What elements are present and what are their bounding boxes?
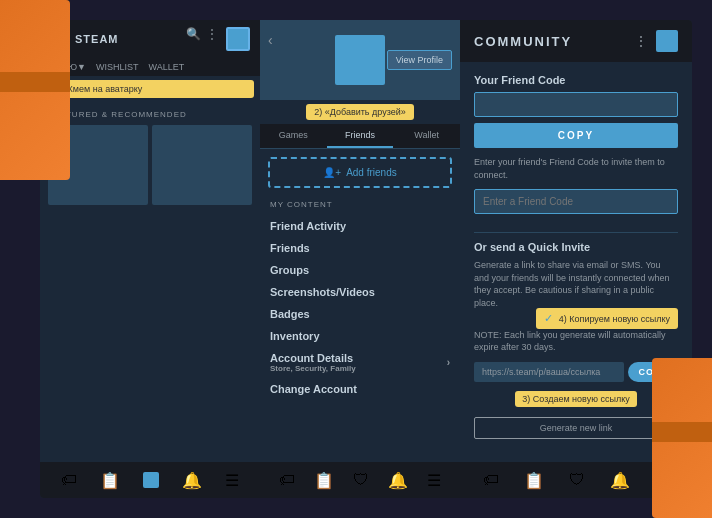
- profile-tabs: Games Friends Wallet: [260, 124, 460, 149]
- menu-item-account-sub: Store, Security, Family: [270, 364, 356, 373]
- search-icon[interactable]: 🔍: [186, 27, 200, 41]
- steam-client-panel: STEAM 🔍 ⋮ МЕНЮ▼ WISHLIST WALLET 1) Жмем …: [40, 20, 260, 498]
- my-content-section: MY CONTENT Friend Activity Friends Group…: [260, 196, 460, 462]
- featured-images: [48, 125, 252, 205]
- comm-bottom-list-icon[interactable]: 📋: [524, 471, 544, 490]
- bottom-shield-icon[interactable]: [143, 472, 159, 488]
- steam-logo-text: STEAM: [75, 33, 119, 45]
- community-title: COMMUNITY: [474, 34, 572, 49]
- profile-avatar-image: [335, 35, 385, 85]
- copy-friend-code-button[interactable]: COPY: [474, 123, 678, 148]
- menu-item-change-account[interactable]: Change Account: [270, 378, 450, 400]
- gift-decoration-right: [652, 358, 712, 518]
- tab-wallet[interactable]: Wallet: [393, 124, 460, 148]
- friend-code-desc: Enter your friend's Friend Code to invit…: [474, 156, 678, 181]
- steam-content: FEATURED & RECOMMENDED: [40, 102, 260, 462]
- gift-decoration-left: [0, 0, 70, 180]
- comm-bottom-tag-icon[interactable]: 🏷: [483, 471, 499, 489]
- menu-item-account[interactable]: Account Details Store, Security, Family …: [270, 347, 450, 378]
- divider: [474, 232, 678, 233]
- tab-friends[interactable]: Friends: [327, 124, 394, 148]
- more-icon[interactable]: ⋮: [206, 27, 220, 41]
- quick-invite-note: NOTE: Each link you generate will automa…: [474, 329, 678, 354]
- steam-nav: МЕНЮ▼ WISHLIST WALLET: [40, 58, 260, 76]
- view-profile-button[interactable]: View Profile: [387, 50, 452, 70]
- menu-item-friend-activity[interactable]: Friend Activity: [270, 215, 450, 237]
- bottom-shield-icon2[interactable]: 🛡: [353, 471, 369, 489]
- tooltip-add-friends: 2) «Добавить друзей»: [306, 104, 414, 120]
- menu-item-friends[interactable]: Friends: [270, 237, 450, 259]
- friend-code-input[interactable]: [474, 92, 678, 117]
- menu-item-screenshots[interactable]: Screenshots/Videos: [270, 281, 450, 303]
- tab-games[interactable]: Games: [260, 124, 327, 148]
- generate-link-button[interactable]: Generate new link: [474, 417, 678, 439]
- main-container: STEAM 🔍 ⋮ МЕНЮ▼ WISHLIST WALLET 1) Жмем …: [40, 20, 692, 498]
- community-avatar[interactable]: [656, 30, 678, 52]
- add-friends-icon: 👤+: [323, 167, 341, 178]
- profile-avatar-area: View Profile: [260, 20, 460, 100]
- bottom-menu-icon[interactable]: ☰: [225, 471, 239, 490]
- menu-arrow-icon: ›: [447, 357, 450, 368]
- user-avatar[interactable]: [226, 27, 250, 51]
- link-display: https://s.team/p/ваша/ссылка: [474, 362, 624, 382]
- bottom-tag-icon[interactable]: 🏷: [61, 471, 77, 489]
- profile-popup-panel: ‹ View Profile 2) «Добавить друзей» Game…: [260, 20, 460, 498]
- steam-header: STEAM 🔍 ⋮: [40, 20, 260, 58]
- friend-code-title: Your Friend Code: [474, 74, 678, 86]
- steam-bottom-nav: 🏷 📋 🔔 ☰: [40, 462, 260, 498]
- community-header-right: ⋮: [634, 30, 678, 52]
- featured-label: FEATURED & RECOMMENDED: [48, 110, 252, 119]
- nav-wallet-item[interactable]: WALLET: [149, 62, 185, 72]
- menu-item-groups[interactable]: Groups: [270, 259, 450, 281]
- menu-item-account-label: Account Details: [270, 352, 356, 364]
- link-row: https://s.team/p/ваша/ссылка COPY: [474, 362, 678, 382]
- back-button[interactable]: ‹: [268, 32, 273, 48]
- featured-img-2: [152, 125, 252, 205]
- menu-item-badges[interactable]: Badges: [270, 303, 450, 325]
- check-icon: ✓: [544, 312, 553, 324]
- nav-wishlist-item[interactable]: WISHLIST: [96, 62, 139, 72]
- tooltip-copy-text: 4) Копируем новую ссылку: [559, 314, 670, 324]
- bottom-menu-icon2[interactable]: ☰: [427, 471, 441, 490]
- quick-invite-desc: Generate a link to share via email or SM…: [474, 259, 678, 309]
- bottom-tag-icon2[interactable]: 🏷: [279, 471, 295, 489]
- bottom-bell-icon2[interactable]: 🔔: [388, 471, 408, 490]
- profile-bottom-nav: 🏷 📋 🛡 🔔 ☰: [260, 462, 460, 498]
- bottom-bell-icon[interactable]: 🔔: [182, 471, 202, 490]
- quick-invite-title: Or send a Quick Invite: [474, 241, 678, 253]
- bottom-list-icon[interactable]: 📋: [100, 471, 120, 490]
- add-friends-button[interactable]: 👤+ Add friends: [268, 157, 452, 188]
- comm-bottom-bell-icon[interactable]: 🔔: [610, 471, 630, 490]
- bottom-list-icon2[interactable]: 📋: [314, 471, 334, 490]
- menu-item-inventory[interactable]: Inventory: [270, 325, 450, 347]
- comm-bottom-shield-icon[interactable]: 🛡: [569, 471, 585, 489]
- steam-header-icons: 🔍 ⋮: [186, 27, 250, 51]
- tooltip-avatar: 1) Жмем на аватарку: [46, 80, 254, 98]
- community-header: COMMUNITY ⋮: [460, 20, 692, 62]
- tooltip-generate-link: 3) Создаем новую ссылку: [515, 391, 636, 407]
- add-friends-label: Add friends: [346, 167, 397, 178]
- community-more-icon[interactable]: ⋮: [634, 33, 648, 49]
- my-content-label: MY CONTENT: [270, 200, 450, 209]
- enter-friend-code-input[interactable]: [474, 189, 678, 214]
- tooltip-copy-link: ✓ 4) Копируем новую ссылку: [536, 308, 678, 329]
